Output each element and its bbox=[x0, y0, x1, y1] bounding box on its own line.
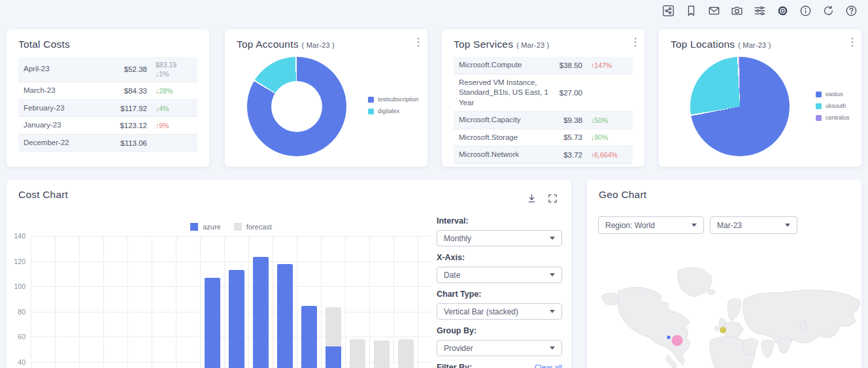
marker-uk[interactable] bbox=[720, 327, 726, 333]
marker-us-east[interactable] bbox=[672, 335, 683, 346]
control-label: Chart Type: bbox=[437, 290, 562, 299]
world-map bbox=[587, 263, 861, 368]
row-value: $84.33 bbox=[117, 87, 147, 95]
y-axis-tick-label: 80 bbox=[8, 308, 25, 316]
bar-forecast[interactable] bbox=[350, 339, 365, 368]
legend-item[interactable]: digitalex bbox=[368, 108, 419, 114]
gridline bbox=[321, 236, 322, 368]
gridline bbox=[152, 236, 152, 368]
mail-icon[interactable] bbox=[708, 5, 720, 17]
table-row: January-23$123.12↑9% bbox=[18, 117, 197, 135]
refresh-icon[interactable] bbox=[822, 5, 835, 17]
legend-item[interactable]: azure bbox=[190, 223, 221, 231]
legend-item[interactable]: uksouth bbox=[816, 103, 850, 109]
total-costs-card: Total Costs April-23$52.38$83.19↓1%March… bbox=[7, 29, 209, 167]
gridline bbox=[31, 236, 431, 237]
row-label: December-22 bbox=[24, 138, 117, 148]
bar-forecast[interactable] bbox=[398, 339, 414, 368]
row-value: $38.50 bbox=[552, 61, 582, 69]
dropdown-value: Date bbox=[444, 271, 460, 280]
table-row: Microsoft.Storage$5.73↓90% bbox=[454, 129, 633, 147]
row-value: $117.92 bbox=[117, 105, 147, 112]
legend-swatch bbox=[816, 115, 822, 121]
y-axis-tick-label: 40 bbox=[8, 358, 25, 366]
row-label: February-23 bbox=[24, 103, 117, 114]
dropdown-interval[interactable]: Monthly bbox=[437, 230, 562, 246]
locations-pie-chart[interactable] bbox=[690, 57, 790, 156]
y-axis-tick-label: 60 bbox=[8, 333, 25, 341]
settings-gear-icon[interactable] bbox=[776, 5, 789, 17]
top-services-table: Microsoft.Compute$38.50↑147%Reserved VM … bbox=[454, 57, 633, 164]
row-value: $113.06 bbox=[117, 139, 147, 147]
row-label: April-23 bbox=[24, 64, 117, 75]
card-title: Top Services( Mar-23 ) bbox=[454, 39, 549, 50]
dropdown-value: Monthly bbox=[444, 234, 471, 243]
cost-chart-legend: azureforecast bbox=[31, 223, 431, 231]
kebab-menu-icon[interactable] bbox=[634, 37, 637, 47]
download-icon[interactable] bbox=[526, 193, 537, 204]
accounts-legend: testsubscriptiondigitalex bbox=[368, 96, 419, 114]
sliders-icon[interactable] bbox=[754, 5, 766, 17]
row-trend: ↑147% bbox=[582, 61, 627, 70]
y-axis-tick-label: 100 bbox=[8, 282, 25, 290]
row-trend: ↓28% bbox=[147, 86, 192, 95]
card-title: Cost Chart bbox=[18, 189, 68, 201]
accounts-donut-chart[interactable] bbox=[247, 57, 346, 156]
help-icon[interactable] bbox=[845, 5, 858, 17]
dropdown-x-axis[interactable]: Date bbox=[437, 267, 562, 283]
gridline bbox=[31, 236, 31, 368]
legend-label: eastus bbox=[826, 91, 843, 97]
geo-controls: Region: World Mar-23 bbox=[598, 216, 797, 234]
legend-label: azure bbox=[203, 223, 221, 231]
legend-label: digitalex bbox=[378, 108, 399, 114]
bar-azure[interactable] bbox=[277, 264, 293, 368]
month-select[interactable]: Mar-23 bbox=[710, 216, 797, 234]
row-label: Microsoft.Storage bbox=[459, 133, 552, 143]
bar-azure[interactable] bbox=[253, 257, 269, 368]
row-label: Reserved VM Instance, Standard_B1ls, US … bbox=[459, 78, 552, 109]
marker-us-small[interactable] bbox=[667, 335, 670, 339]
info-icon[interactable] bbox=[799, 5, 812, 17]
bookmark-icon[interactable] bbox=[685, 5, 697, 17]
bar-azure[interactable] bbox=[205, 278, 220, 368]
y-axis-tick-label: 120 bbox=[8, 258, 25, 265]
legend-swatch bbox=[234, 223, 242, 231]
row-label: Microsoft.Network bbox=[459, 150, 552, 160]
dropdown-chart-type[interactable]: Vertical Bar (stacked) bbox=[437, 303, 562, 320]
row-value: $9.38 bbox=[552, 116, 582, 124]
bar-azure[interactable] bbox=[229, 270, 244, 368]
gridline bbox=[103, 236, 104, 368]
legend-swatch bbox=[368, 109, 374, 114]
control-label: X-Axis: bbox=[437, 253, 562, 262]
kebab-menu-icon[interactable] bbox=[417, 37, 420, 47]
chevron-down-icon bbox=[550, 310, 555, 313]
row-label: January-23 bbox=[24, 120, 117, 131]
camera-icon[interactable] bbox=[731, 5, 743, 17]
control-label: Group By: bbox=[437, 326, 562, 335]
card-subtitle: ( Mar-23 ) bbox=[302, 41, 335, 49]
region-select[interactable]: Region: World bbox=[598, 216, 704, 234]
chevron-down-icon bbox=[550, 346, 555, 350]
legend-item[interactable]: eastus bbox=[816, 91, 850, 97]
legend-item[interactable]: forecast bbox=[234, 223, 272, 231]
bar-azure[interactable] bbox=[326, 346, 341, 368]
chevron-down-icon bbox=[692, 224, 697, 227]
fullscreen-icon[interactable] bbox=[547, 193, 558, 204]
row-trend: ↓50% bbox=[582, 116, 627, 125]
table-row: March-23$84.33↓28% bbox=[18, 82, 197, 100]
legend-item[interactable]: centralus bbox=[816, 114, 850, 121]
row-label: Microsoft.Capacity bbox=[459, 115, 552, 125]
bar-azure[interactable] bbox=[301, 306, 317, 368]
kebab-menu-icon[interactable] bbox=[851, 37, 854, 47]
share-icon[interactable] bbox=[662, 5, 675, 17]
legend-item[interactable]: testsubscription bbox=[368, 96, 419, 103]
top-accounts-card: Top Accounts( Mar-23 ) testsubscriptiond… bbox=[225, 29, 427, 167]
clear-all-link[interactable]: Clear all bbox=[535, 363, 562, 368]
row-trend: ↑9% bbox=[147, 121, 192, 130]
bar-forecast[interactable] bbox=[374, 341, 390, 368]
dropdown-group-by[interactable]: Provider bbox=[437, 340, 562, 356]
gridline bbox=[176, 236, 176, 368]
gridline bbox=[418, 236, 418, 368]
row-value: $123.12 bbox=[117, 122, 147, 129]
bar-forecast[interactable] bbox=[326, 307, 341, 346]
